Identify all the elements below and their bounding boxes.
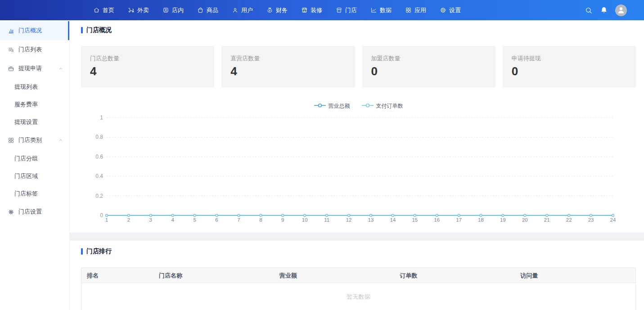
title-accent-bar — [81, 248, 83, 255]
finance-icon — [266, 7, 273, 14]
storefront-icon — [336, 7, 342, 14]
instore-icon — [162, 7, 169, 14]
avatar[interactable] — [615, 5, 627, 16]
sidebar-subitem-withdraw-list[interactable]: 提现列表 — [0, 78, 69, 96]
sidebar-item-store-overview[interactable]: 门店概况 — [0, 21, 69, 40]
nav-item-home[interactable]: 首页 — [86, 0, 121, 20]
sidebar-item-store-settings[interactable]: 门店设置 — [0, 202, 69, 221]
svg-text:0.2: 0.2 — [95, 193, 103, 199]
stat-card-value: 0 — [371, 65, 486, 78]
nav-item-label: 财务 — [276, 6, 288, 14]
svg-text:10: 10 — [302, 217, 308, 223]
overview-panel: 门店概况 门店总数量4直营店数量4加盟店数量0申请待提现0 营业总额支付订单数 … — [70, 20, 644, 232]
nav-item-label: 应用 — [414, 6, 426, 14]
svg-text:14: 14 — [390, 217, 396, 223]
nav-item-label: 外卖 — [137, 6, 149, 14]
sidebar-subitem-label: 提现设置 — [14, 118, 38, 126]
svg-text:4: 4 — [171, 217, 175, 223]
gear-filled-icon — [8, 209, 14, 215]
svg-text:0.4: 0.4 — [95, 173, 103, 179]
nav-item-data[interactable]: 数据 — [364, 0, 398, 20]
nav-item-label: 首页 — [103, 6, 114, 14]
sidebar-subitem-store-region[interactable]: 门店区域 — [0, 167, 69, 185]
stat-card: 申请待提现0 — [503, 46, 636, 87]
main-content: 门店概况 门店总数量4直营店数量4加盟店数量0申请待提现0 营业总额支付订单数 … — [70, 20, 644, 310]
sidebar-subitem-label: 服务费率 — [14, 100, 38, 109]
stat-card-value: 0 — [512, 65, 627, 78]
stat-card-label: 直营店数量 — [230, 55, 346, 63]
home-icon — [93, 7, 100, 14]
nav-item-takeout[interactable]: 外卖 — [121, 0, 156, 20]
table-body: 暂无数据 — [81, 283, 635, 310]
svg-text:9: 9 — [281, 217, 284, 223]
decorate-icon — [301, 7, 308, 14]
nav-item-label: 店内 — [172, 6, 184, 14]
ranking-title: 门店排行 — [86, 247, 112, 255]
nav-item-in-store[interactable]: 店内 — [156, 0, 190, 20]
legend-item[interactable]: 支付订单数 — [362, 103, 403, 109]
stat-card-label: 加盟店数量 — [371, 55, 486, 63]
svg-text:6: 6 — [215, 217, 218, 223]
chevron-up-icon — [59, 138, 63, 142]
ranking-table: 排名门店名称营业额订单数访问量 暂无数据 — [81, 268, 636, 310]
list-search-icon — [8, 46, 14, 53]
svg-text:18: 18 — [478, 217, 484, 223]
nav-item-users[interactable]: 用户 — [225, 0, 260, 20]
grid-icon — [405, 7, 412, 14]
nav-item-label: 装修 — [311, 6, 322, 14]
legend-marker-icon — [362, 103, 374, 109]
sidebar-subitem-store-tag[interactable]: 门店标签 — [0, 185, 69, 202]
table-column-header: 门店名称 — [153, 268, 274, 283]
nav-item-settings[interactable]: 设置 — [433, 0, 468, 20]
nav-item-apps[interactable]: 应用 — [398, 0, 433, 20]
nav-item-decorate[interactable]: 装修 — [294, 0, 329, 20]
bell-icon[interactable] — [600, 6, 608, 14]
nav-item-goods[interactable]: 商品 — [190, 0, 225, 20]
svg-text:12: 12 — [346, 217, 352, 223]
empty-state: 暂无数据 — [81, 283, 635, 310]
search-icon[interactable] — [585, 6, 593, 14]
chart-line-icon — [370, 7, 377, 14]
svg-text:0.6: 0.6 — [95, 154, 103, 160]
svg-text:19: 19 — [500, 217, 506, 223]
svg-text:23: 23 — [588, 217, 594, 223]
sidebar-item-store-category[interactable]: 门店类别 — [0, 131, 69, 150]
table-column-header: 访问量 — [515, 268, 635, 283]
nav-item-finance[interactable]: 财务 — [260, 0, 294, 20]
ranking-panel: 门店排行 排名门店名称营业额订单数访问量 暂无数据 — [70, 241, 644, 310]
svg-text:0.8: 0.8 — [95, 134, 103, 140]
sidebar-item-label: 门店概况 — [18, 27, 42, 35]
nav-item-label: 用户 — [241, 6, 253, 14]
sidebar-subitem-service-rate[interactable]: 服务费率 — [0, 96, 69, 113]
table-column-header: 订单数 — [394, 268, 515, 283]
goods-icon — [197, 7, 204, 14]
top-navbar: 首页外卖店内商品用户财务装修门店数据应用设置 — [0, 0, 644, 20]
nav-item-label: 数据 — [380, 6, 392, 14]
svg-text:24: 24 — [610, 217, 616, 223]
legend-item[interactable]: 营业总额 — [314, 103, 350, 109]
svg-text:3: 3 — [149, 217, 152, 223]
navbar-right — [585, 5, 644, 16]
sidebar-item-withdraw-apply[interactable]: 提现申请 — [0, 59, 69, 78]
sidebar-item-label: 门店设置 — [18, 208, 42, 216]
sidebar-subitem-label: 门店分组 — [14, 155, 38, 163]
svg-text:20: 20 — [522, 217, 528, 223]
table-column-header: 营业额 — [274, 268, 395, 283]
sidebar-item-label: 提现申请 — [18, 64, 42, 73]
svg-text:16: 16 — [434, 217, 440, 223]
legend-marker-icon — [314, 103, 326, 109]
stat-cards: 门店总数量4直营店数量4加盟店数量0申请待提现0 — [81, 46, 636, 87]
table-header: 排名门店名称营业额订单数访问量 — [81, 268, 635, 283]
section-title-ranking: 门店排行 — [81, 247, 636, 255]
stat-card: 直营店数量4 — [221, 46, 355, 87]
sidebar-subitem-withdraw-settings[interactable]: 提现设置 — [0, 113, 69, 131]
sidebar-item-label: 门店类别 — [18, 136, 42, 144]
svg-text:7: 7 — [237, 217, 240, 223]
navbar-menu: 首页外卖店内商品用户财务装修门店数据应用设置 — [86, 0, 468, 20]
sidebar-subitem-store-group[interactable]: 门店分组 — [0, 150, 69, 167]
sidebar-item-store-list[interactable]: 门店列表 — [0, 40, 69, 59]
takeout-icon — [128, 7, 135, 14]
nav-item-store[interactable]: 门店 — [329, 0, 364, 20]
svg-text:5: 5 — [193, 217, 196, 223]
briefcase-icon — [8, 65, 14, 72]
